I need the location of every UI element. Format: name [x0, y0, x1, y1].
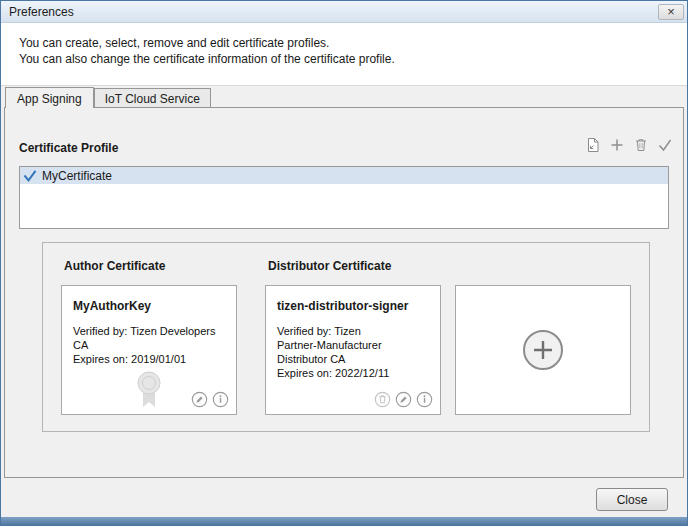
delete-icon[interactable]	[374, 391, 391, 408]
author-key-name: MyAuthorKey	[73, 299, 151, 313]
certificate-ribbon-icon	[132, 369, 166, 412]
app-signing-panel: Certificate Profile	[4, 107, 684, 478]
set-active-profile-icon[interactable]	[656, 136, 674, 154]
distributor-key-name: tizen-distributor-signer	[277, 299, 408, 313]
author-verified-by: Verified by: Tizen Developers CA	[73, 324, 223, 352]
add-profile-icon[interactable]	[608, 136, 626, 154]
window-title: Preferences	[9, 5, 658, 19]
author-expires-on: Expires on: 2019/01/01	[73, 352, 223, 366]
list-item-mycertificate[interactable]: MyCertificate	[20, 167, 668, 184]
certificate-profile-list[interactable]: MyCertificate	[19, 166, 669, 229]
tab-app-signing[interactable]: App Signing	[5, 87, 94, 108]
info-icon[interactable]	[212, 391, 229, 408]
description-line-1: You can create, select, remove and edit …	[19, 35, 687, 51]
description-header: You can create, select, remove and edit …	[1, 23, 687, 86]
edit-icon[interactable]	[395, 391, 412, 408]
profile-name: MyCertificate	[42, 169, 112, 183]
certificates-panel: Author Certificate Distributor Certifica…	[42, 242, 650, 432]
distributor-card-actions	[374, 391, 433, 408]
description-line-2: You can also change the certificate info…	[19, 51, 687, 67]
certificate-profile-title: Certificate Profile	[19, 141, 118, 155]
distributor-certificate-heading: Distributor Certificate	[268, 259, 391, 273]
preferences-dialog: Preferences × You can create, select, re…	[0, 0, 688, 526]
add-certificate-icon[interactable]	[521, 328, 565, 372]
distributor-certificate-card: tizen-distributor-signer Verified by: Ti…	[265, 285, 441, 415]
author-certificate-heading: Author Certificate	[64, 259, 165, 273]
import-profile-icon[interactable]	[584, 136, 602, 154]
delete-profile-icon[interactable]	[632, 136, 650, 154]
window-bottom-edge	[1, 517, 687, 525]
tab-bar: App Signing IoT Cloud Service	[5, 87, 211, 108]
tab-iot-cloud-service[interactable]: IoT Cloud Service	[94, 88, 211, 107]
close-x-icon[interactable]: ×	[658, 4, 684, 20]
edit-icon[interactable]	[191, 391, 208, 408]
close-button[interactable]: Close	[596, 488, 668, 511]
info-icon[interactable]	[416, 391, 433, 408]
titlebar[interactable]: Preferences ×	[1, 1, 687, 23]
active-check-icon	[23, 170, 37, 182]
empty-certificate-card	[455, 285, 631, 415]
distributor-expires-on: Expires on: 2022/12/11	[277, 366, 403, 380]
profile-toolbar	[584, 136, 674, 154]
author-certificate-card: MyAuthorKey Verified by: Tizen Developer…	[61, 285, 237, 415]
distributor-verified-by: Verified by: Tizen Partner-Manufacturer …	[277, 324, 403, 366]
author-card-actions	[191, 391, 229, 408]
